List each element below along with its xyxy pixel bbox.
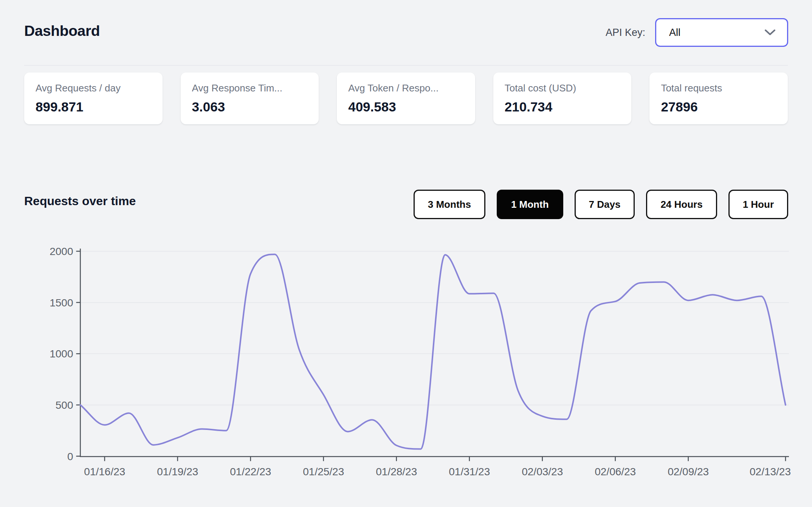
x-tick-label: 01/31/23 (449, 466, 490, 478)
stat-card-total-requests: Total requests 27896 (649, 73, 788, 124)
api-key-row: API Key: All (606, 17, 788, 48)
stat-value: 210.734 (505, 99, 620, 114)
range-button-1-month[interactable]: 1 Month (497, 190, 563, 219)
stat-card-avg-token: Avg Token / Respo... 409.583 (337, 73, 475, 124)
stat-value: 3.063 (192, 99, 308, 114)
x-tick-label: 01/28/23 (376, 466, 417, 478)
x-tick-label: 01/19/23 (157, 466, 198, 478)
chevron-down-icon (764, 29, 776, 36)
x-tick-label: 02/13/23 (750, 466, 791, 478)
x-tick-label: 02/03/23 (522, 466, 563, 478)
stat-value: 899.871 (36, 99, 151, 114)
range-button-24-hours[interactable]: 24 Hours (646, 190, 717, 219)
requests-series-line (81, 254, 786, 449)
stat-label: Avg Token / Respo... (348, 82, 464, 94)
stat-value: 409.583 (348, 99, 464, 114)
stat-value: 27896 (661, 99, 776, 114)
stat-label: Avg Requests / day (36, 82, 151, 94)
y-tick-label: 1500 (50, 297, 73, 309)
y-tick-label: 0 (67, 451, 73, 462)
y-tick-label: 500 (56, 399, 73, 411)
range-button-7-days[interactable]: 7 Days (575, 190, 635, 219)
y-tick-label: 2000 (50, 246, 73, 257)
x-tick-label: 01/25/23 (303, 466, 344, 478)
x-tick-label: 02/09/23 (668, 466, 709, 478)
range-button-1-hour[interactable]: 1 Hour (728, 190, 788, 219)
stat-label: Avg Response Tim... (192, 82, 308, 94)
x-tick-label: 01/22/23 (230, 466, 271, 478)
api-key-selected-value: All (669, 27, 680, 39)
stat-cards-row: Avg Requests / day 899.871 Avg Response … (24, 73, 788, 124)
chart-section-title: Requests over time (24, 194, 136, 208)
range-button-3-months[interactable]: 3 Months (414, 190, 485, 219)
x-tick-label: 02/06/23 (595, 466, 636, 478)
time-range-buttons: 3 Months 1 Month 7 Days 24 Hours 1 Hour (414, 190, 788, 219)
stat-label: Total cost (USD) (505, 82, 620, 94)
page-title: Dashboard (24, 23, 100, 39)
stat-label: Total requests (661, 82, 776, 94)
x-tick-label: 01/16/23 (84, 466, 125, 478)
stat-card-total-cost: Total cost (USD) 210.734 (493, 73, 632, 124)
stat-card-avg-response-time: Avg Response Tim... 3.063 (181, 73, 319, 124)
api-key-label: API Key: (606, 27, 645, 39)
stat-card-avg-requests: Avg Requests / day 899.871 (24, 73, 163, 124)
y-tick-label: 1000 (50, 348, 73, 360)
api-key-select[interactable]: All (655, 18, 788, 47)
header-divider (24, 65, 788, 66)
dashboard-page: 050010001500200001/16/2301/19/2301/22/23… (0, 0, 812, 507)
